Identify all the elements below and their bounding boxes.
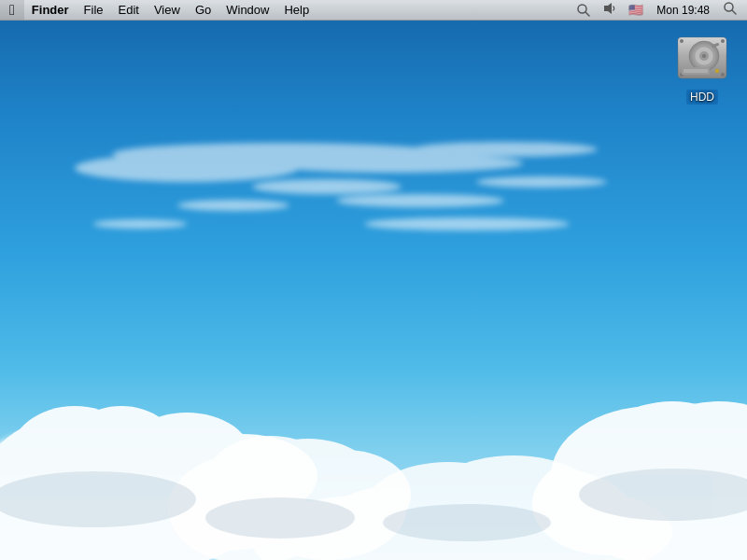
hdd-image xyxy=(674,30,730,86)
svg-point-69 xyxy=(721,73,725,77)
svg-point-4 xyxy=(411,142,598,157)
svg-point-64 xyxy=(702,54,706,58)
svg-point-72 xyxy=(715,69,719,73)
language-button[interactable]: 🇺🇸 xyxy=(625,0,647,20)
svg-point-6 xyxy=(177,200,289,211)
flag-icon: 🇺🇸 xyxy=(628,3,643,17)
apple-menu[interactable]:  xyxy=(0,0,24,20)
go-menu[interactable]: Go xyxy=(188,0,218,20)
svg-point-5 xyxy=(252,179,402,194)
edit-menu[interactable]: Edit xyxy=(111,0,147,20)
svg-point-52 xyxy=(205,497,355,539)
spotlight-icon xyxy=(576,3,591,18)
svg-point-3 xyxy=(261,154,523,173)
hdd-desktop-icon[interactable]: HDD xyxy=(665,30,740,105)
desktop:  Finder File Edit View Go Window Help xyxy=(0,0,747,560)
svg-line-55 xyxy=(585,12,589,16)
svg-point-7 xyxy=(336,194,504,207)
svg-marker-56 xyxy=(604,3,612,14)
svg-point-66 xyxy=(680,39,684,43)
svg-point-8 xyxy=(476,176,607,188)
menubar:  Finder File Edit View Go Window Help xyxy=(0,0,747,21)
spotlight-search-icon xyxy=(723,1,738,19)
svg-rect-71 xyxy=(684,69,708,73)
svg-point-50 xyxy=(0,471,196,527)
spotlight-button[interactable] xyxy=(572,0,595,20)
svg-line-58 xyxy=(732,10,736,14)
spotlight-search-button[interactable] xyxy=(719,0,741,20)
clock-display: Mon 19:48 xyxy=(651,0,715,20)
hdd-label: HDD xyxy=(686,90,718,105)
volume-button[interactable] xyxy=(599,0,621,20)
window-menu[interactable]: Window xyxy=(218,0,276,20)
finder-menu[interactable]: Finder xyxy=(24,0,77,20)
menubar-right: 🇺🇸 Mon 19:48 xyxy=(572,0,747,20)
help-menu[interactable]: Help xyxy=(276,0,317,20)
menubar-left:  Finder File Edit View Go Window Help xyxy=(0,0,317,20)
view-menu[interactable]: View xyxy=(147,0,188,20)
svg-point-67 xyxy=(721,39,725,43)
svg-point-10 xyxy=(364,217,570,231)
svg-point-53 xyxy=(383,504,551,541)
svg-point-9 xyxy=(93,219,187,229)
file-menu[interactable]: File xyxy=(77,0,111,20)
volume-icon xyxy=(602,1,617,19)
